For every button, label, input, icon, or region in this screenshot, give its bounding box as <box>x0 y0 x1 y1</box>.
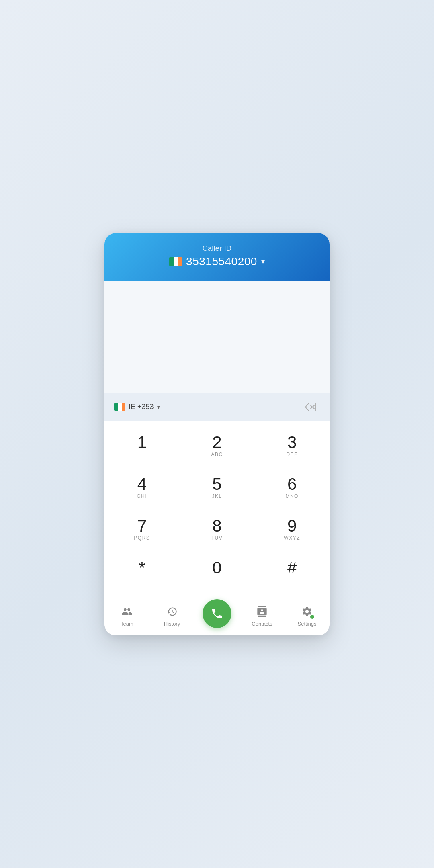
history-icon <box>165 604 179 619</box>
nav-item-settings[interactable]: Settings <box>285 604 330 627</box>
nav-label-settings: Settings <box>298 621 317 627</box>
caller-id-number-row: 35315540200 ▾ <box>114 255 320 268</box>
dial-key-letters-8: TUV <box>211 535 223 542</box>
dial-key-2[interactable]: 2ABC <box>180 425 255 467</box>
dial-key-8[interactable]: 8TUV <box>180 509 255 551</box>
contacts-icon <box>255 604 269 619</box>
country-dropdown-arrow: ▾ <box>157 404 160 410</box>
dial-key-number-0: 0 <box>212 559 221 576</box>
nav-label-contacts: Contacts <box>252 621 272 627</box>
dial-key-*[interactable]: * <box>104 551 180 592</box>
dial-key-number-5: 5 <box>212 476 221 493</box>
call-button[interactable] <box>203 599 231 628</box>
dial-key-0[interactable]: 0 <box>180 551 255 592</box>
dial-key-number-6: 6 <box>287 476 297 493</box>
nav-item-team[interactable]: Team <box>104 604 149 627</box>
dial-key-letters-4: GHI <box>137 493 147 500</box>
country-flag-icon <box>114 403 125 411</box>
nav-item-contacts[interactable]: Contacts <box>240 604 285 627</box>
dial-key-letters-2: ABC <box>211 452 223 458</box>
backspace-button[interactable] <box>301 401 320 414</box>
dial-key-number-3: 3 <box>287 434 297 451</box>
dial-key-number-4: 4 <box>137 476 147 493</box>
dialpad: 12ABC3DEF4GHI5JKL6MNO7PQRS8TUV9WXYZ*0# <box>104 421 330 599</box>
dial-key-number-1: 1 <box>137 434 147 451</box>
dial-display-area <box>104 281 330 393</box>
caller-id-dropdown-arrow: ▾ <box>261 257 265 266</box>
dial-key-1[interactable]: 1 <box>104 425 180 467</box>
caller-id-label: Caller ID <box>114 244 320 253</box>
nav-label-team: Team <box>121 621 133 627</box>
settings-notification-dot <box>310 615 314 619</box>
dial-key-#[interactable]: # <box>254 551 330 592</box>
dial-key-letters-3: DEF <box>286 452 298 458</box>
dialpad-grid: 12ABC3DEF4GHI5JKL6MNO7PQRS8TUV9WXYZ*0# <box>104 425 330 592</box>
dial-key-3[interactable]: 3DEF <box>254 425 330 467</box>
phone-icon <box>211 607 223 620</box>
dial-key-number-#: # <box>287 559 297 576</box>
dial-key-number-2: 2 <box>212 434 221 451</box>
dial-key-5[interactable]: 5JKL <box>180 467 255 509</box>
team-icon <box>120 604 134 619</box>
phone-app: Caller ID 35315540200 ▾ IE +353 ▾ <box>104 233 330 635</box>
dial-key-number-*: * <box>139 559 145 576</box>
dial-key-letters-5: JKL <box>212 493 222 500</box>
dial-key-6[interactable]: 6MNO <box>254 467 330 509</box>
country-selector[interactable]: IE +353 ▾ <box>114 403 160 411</box>
dial-key-number-7: 7 <box>137 518 147 534</box>
dial-key-7[interactable]: 7PQRS <box>104 509 180 551</box>
dial-key-number-8: 8 <box>212 518 221 534</box>
settings-icon <box>300 604 314 619</box>
dial-key-9[interactable]: 9WXYZ <box>254 509 330 551</box>
dial-key-letters-7: PQRS <box>134 535 150 542</box>
dial-key-number-9: 9 <box>287 518 297 534</box>
dial-key-letters-9: WXYZ <box>284 535 300 542</box>
dial-key-4[interactable]: 4GHI <box>104 467 180 509</box>
backspace-icon <box>305 402 317 412</box>
caller-id-number: 35315540200 <box>186 255 257 268</box>
country-bar: IE +353 ▾ <box>104 393 330 421</box>
ireland-flag-icon <box>169 257 182 266</box>
dial-key-letters-6: MNO <box>285 493 299 500</box>
caller-id-header[interactable]: Caller ID 35315540200 ▾ <box>104 233 330 281</box>
bottom-nav: Team History <box>104 599 330 635</box>
call-button-wrapper <box>194 603 240 628</box>
nav-label-history: History <box>164 621 180 627</box>
nav-item-history[interactable]: History <box>149 604 194 627</box>
country-code-text: IE +353 <box>129 403 154 411</box>
